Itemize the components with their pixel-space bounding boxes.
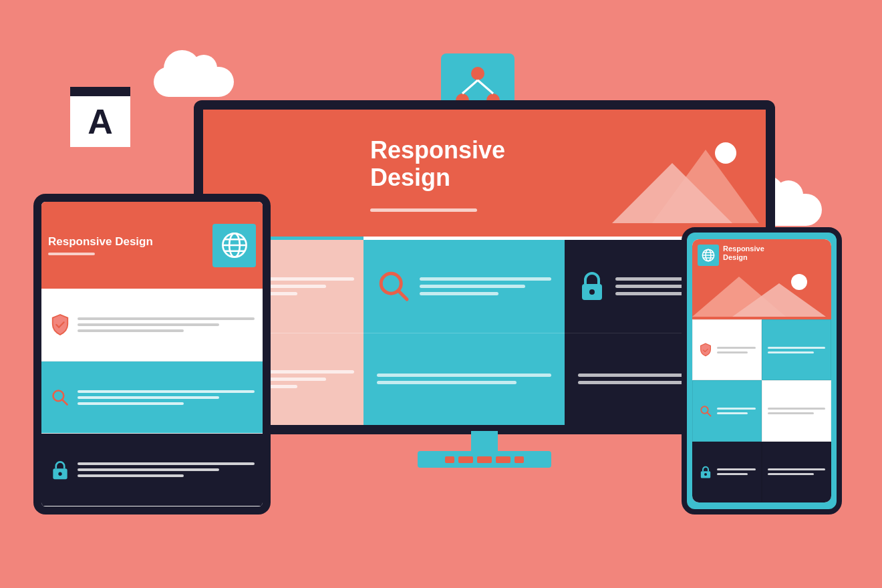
phone-lock-svg	[700, 464, 711, 479]
search-svg	[51, 388, 69, 407]
tablet-row-lock	[41, 434, 263, 506]
shield-svg	[50, 313, 70, 336]
svg-line-3	[462, 80, 478, 94]
phone-search-svg	[700, 405, 712, 417]
svg-point-25	[58, 472, 61, 476]
cloud-decoration-1	[154, 67, 234, 97]
monitor-header-underline	[370, 208, 477, 212]
font-icon-label: A	[88, 102, 113, 142]
monitor-lock-icon	[578, 269, 606, 303]
monitor-cell-teal-1	[363, 240, 565, 333]
phone-lock-icon	[698, 464, 713, 479]
monitor-cell-teal-2	[363, 333, 565, 426]
phone: Responsive Design	[682, 227, 842, 514]
stand-key	[496, 456, 510, 463]
tablet-header-text: Responsive Design	[48, 235, 206, 249]
phone-cell-shield	[692, 319, 762, 380]
phone-cell-lock-right	[762, 442, 831, 502]
tablet-lock-icon	[49, 459, 71, 480]
monitor-title-line2: Design	[370, 164, 450, 191]
phone-shield-icon	[698, 343, 713, 357]
tablet-screen: Responsive Design	[41, 202, 263, 506]
phone-header: Responsive Design	[692, 239, 831, 319]
phone-lines-1	[717, 347, 756, 353]
tablet-header: Responsive Design	[41, 202, 263, 289]
tablet-row-lines-3	[78, 462, 255, 477]
monitor-stand-base	[418, 451, 551, 468]
tablet: Responsive Design	[33, 194, 271, 514]
stand-key	[514, 456, 524, 463]
phone-mountains	[692, 263, 831, 319]
phone-shield-svg	[700, 343, 712, 357]
phone-title-line2: Design	[723, 253, 748, 261]
lock-svg	[51, 459, 69, 480]
phone-title-line1: Responsive	[723, 245, 764, 253]
phone-lines-6	[768, 468, 825, 475]
monitor-mountains	[612, 116, 759, 230]
phone-cell-lock	[692, 442, 762, 502]
tablet-header-underline	[48, 253, 95, 255]
tablet-frame: Responsive Design	[33, 194, 271, 514]
tablet-globe-icon	[212, 224, 256, 267]
phone-header-text: Responsive Design	[723, 245, 764, 262]
monitor-title-line1: Responsive	[370, 136, 505, 164]
monitor-stand-neck	[471, 431, 498, 451]
phone-lines-4	[768, 408, 825, 414]
monitor-stand	[418, 431, 551, 468]
phone-frame: Responsive Design	[682, 227, 842, 514]
svg-point-16	[589, 289, 595, 295]
phone-screen: Responsive Design	[692, 239, 831, 502]
phone-cell-shield-teal	[762, 319, 831, 380]
phone-cell-search	[692, 380, 762, 441]
phone-lines-2	[768, 347, 825, 353]
monitor-header: Responsive Design	[203, 110, 766, 237]
tablet-row-lines-2	[78, 390, 255, 405]
svg-line-14	[399, 291, 408, 300]
phone-cell-search-right	[762, 380, 831, 441]
phone-lines-3	[717, 408, 756, 414]
phone-search-icon	[698, 404, 713, 418]
font-icon: A	[70, 87, 130, 147]
svg-point-33	[791, 274, 807, 290]
phone-globe-svg	[701, 248, 716, 263]
tablet-search-icon	[49, 387, 71, 408]
svg-point-0	[471, 67, 484, 80]
tablet-row-shield	[41, 289, 263, 361]
svg-line-35	[707, 412, 710, 416]
svg-point-12	[715, 142, 736, 164]
tablet-globe-svg	[220, 231, 249, 260]
tablet-shield-icon	[49, 314, 71, 335]
tablet-row-search	[41, 361, 263, 434]
phone-lines-5	[717, 468, 756, 475]
tablet-row-lines-1	[78, 317, 255, 332]
stand-key	[458, 456, 473, 463]
svg-line-4	[478, 80, 493, 94]
phone-grid	[692, 319, 831, 502]
stand-key	[477, 456, 492, 463]
monitor-header-text: Responsive Design	[370, 136, 505, 192]
monitor-search-icon	[377, 269, 410, 303]
stand-key	[445, 456, 454, 463]
svg-line-23	[63, 400, 67, 404]
svg-point-37	[704, 473, 707, 476]
